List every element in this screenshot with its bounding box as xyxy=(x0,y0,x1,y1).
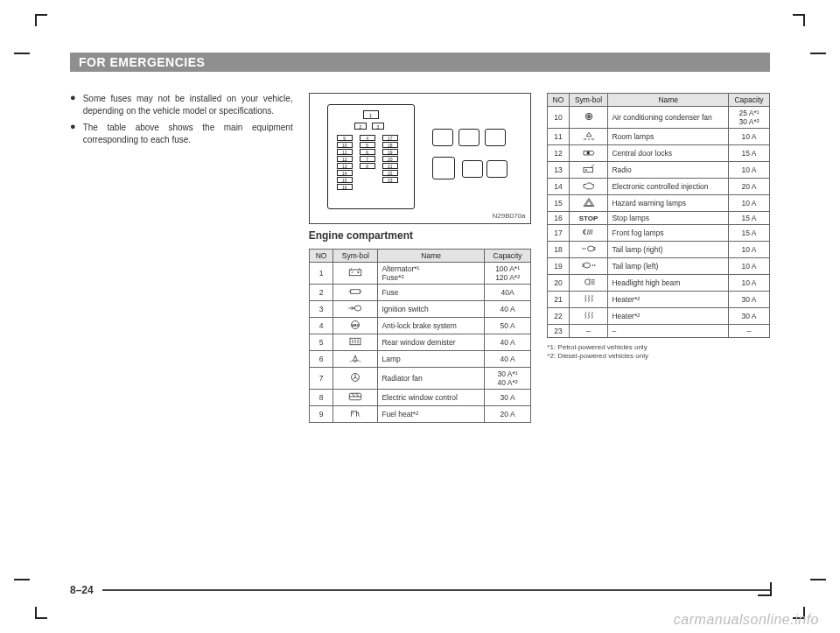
cell-symbol xyxy=(569,179,608,195)
fuse-table-right: NO Sym-bol Name Capacity 10Air condition… xyxy=(547,93,770,338)
cell-capacity: 40A xyxy=(484,285,531,301)
column-left: ● Some fuses may not be installed on you… xyxy=(70,93,293,423)
list-item: ● Some fuses may not be installed on you… xyxy=(70,93,293,116)
relay-slot xyxy=(432,157,455,179)
cell-name: Room lamps xyxy=(608,129,729,145)
cell-no: 22 xyxy=(548,308,569,325)
table-row: 22Heater*²30 A xyxy=(548,308,770,325)
cell-name: – xyxy=(608,325,729,338)
column-right: NO Sym-bol Name Capacity 10Air condition… xyxy=(547,93,770,423)
crop-mark xyxy=(810,579,826,580)
cell-capacity: 15 A xyxy=(729,145,770,162)
table-row: 21Heater*²30 A xyxy=(548,292,770,308)
cell-capacity: 25 A*¹30 A*² xyxy=(729,107,770,129)
fuse-slot: 9 xyxy=(337,135,353,141)
cell-name: Fuel heat*² xyxy=(378,406,484,423)
relay-slot xyxy=(486,160,508,178)
fuse-slot: 17 xyxy=(382,135,398,141)
col-no: NO xyxy=(309,250,333,263)
fuse-slot: 18 xyxy=(382,142,398,148)
table-row: 17Front fog lamps15 A xyxy=(548,225,770,242)
table-row: 20Headlight high beam10 A xyxy=(548,275,770,292)
fuse-slot: 4 xyxy=(360,135,375,141)
cell-no: 7 xyxy=(309,368,333,390)
svg-point-25 xyxy=(594,264,596,266)
fuse-slot: 8 xyxy=(360,163,375,169)
table-row: 14Electronic controlled injection20 A xyxy=(548,179,770,195)
cell-no: 9 xyxy=(309,406,333,423)
footnote-line: *1: Petrol-powered vehicles only xyxy=(547,343,770,352)
fuse-slot: 7 xyxy=(360,156,375,162)
col-capacity: Capacity xyxy=(729,94,770,107)
cell-capacity: 15 A xyxy=(729,212,770,225)
cell-symbol xyxy=(569,129,608,145)
footnote-line: *2: Diesel-powered vehicles only xyxy=(547,352,770,361)
cell-name: Ignition switch xyxy=(378,301,484,318)
table-row: 23––– xyxy=(548,325,770,338)
fuse-column: 9 10 11 12 13 14 15 16 xyxy=(337,135,353,190)
table-row: 7Radiator fan30 A*¹40 A*² xyxy=(309,368,531,390)
table-row: 1Alternator*¹Fuse*²100 A*¹120 A*² xyxy=(309,263,531,285)
cell-name: Heater*² xyxy=(608,292,729,308)
cell-capacity: 40 A xyxy=(484,301,531,318)
list-item: ● The table above shows the main equipme… xyxy=(70,122,293,145)
svg-point-21 xyxy=(584,248,585,250)
col-name: Name xyxy=(378,250,484,263)
col-symbol: Sym-bol xyxy=(569,94,608,107)
cell-name: Hazard warning lamps xyxy=(608,195,729,212)
crop-mark xyxy=(810,53,826,54)
table-row: 13Radio10 A xyxy=(548,162,770,179)
cell-name: Air conditioning condenser fan xyxy=(608,107,729,129)
svg-rect-16 xyxy=(586,151,589,154)
cell-symbol: STOP xyxy=(569,212,608,225)
cell-capacity: 100 A*¹120 A*² xyxy=(484,263,531,285)
svg-rect-6 xyxy=(351,290,360,294)
footer-rule xyxy=(102,589,770,591)
page-footer: 8–24 xyxy=(70,584,770,596)
table-row: 19Tail lamp (left)10 A xyxy=(548,258,770,275)
table-row: 6Lamp40 A xyxy=(309,351,531,368)
svg-point-19 xyxy=(585,169,587,171)
table-row: 18Tail lamp (right)10 A xyxy=(548,242,770,258)
svg-rect-17 xyxy=(584,168,593,172)
cell-name: Alternator*¹Fuse*² xyxy=(378,263,484,285)
crop-mark xyxy=(14,53,30,54)
fuse-slot: 13 xyxy=(337,163,353,169)
table-row: 15Hazard warning lamps10 A xyxy=(548,195,770,212)
fuse-slot: 14 xyxy=(337,170,353,176)
bullet-icon: ● xyxy=(70,122,76,145)
cell-name: Electric window control xyxy=(378,390,484,406)
cell-name: Headlight high beam xyxy=(608,275,729,292)
cell-name: Front fog lamps xyxy=(608,225,729,242)
cell-symbol xyxy=(569,308,608,325)
cell-symbol xyxy=(333,390,378,406)
svg-line-18 xyxy=(591,165,594,168)
cell-no: 20 xyxy=(548,275,569,292)
cell-name: Fuse xyxy=(378,285,484,301)
note-text: Some fuses may not be installed on your … xyxy=(83,93,293,116)
cell-capacity: 10 A xyxy=(729,242,770,258)
cell-no: 18 xyxy=(548,242,569,258)
svg-point-24 xyxy=(592,264,593,266)
fusebox-outline: 1 2 3 9 10 11 12 13 14 15 16 4 xyxy=(327,104,415,209)
engine-compartment-heading: Engine compartment xyxy=(309,229,532,242)
cell-name: Tail lamp (left) xyxy=(608,258,729,275)
page-number: 8–24 xyxy=(70,584,94,596)
relay-slot xyxy=(432,129,453,146)
crop-mark xyxy=(35,14,37,26)
cell-capacity: 20 A xyxy=(729,179,770,195)
col-capacity: Capacity xyxy=(484,250,531,263)
diagram-label: N29B070a xyxy=(493,212,526,220)
fuse-slot: 15 xyxy=(337,177,353,183)
cell-symbol xyxy=(569,292,608,308)
crop-mark xyxy=(35,14,47,16)
cell-no: 19 xyxy=(548,258,569,275)
column-middle: 1 2 3 9 10 11 12 13 14 15 16 4 xyxy=(309,93,532,423)
cell-name: Rear window demister xyxy=(378,334,484,351)
cell-symbol xyxy=(333,368,378,390)
cell-no: 4 xyxy=(309,318,333,334)
cell-no: 6 xyxy=(309,351,333,368)
fuse-slot: 20 xyxy=(382,156,398,162)
relay-slot xyxy=(485,129,506,146)
cell-symbol xyxy=(569,195,608,212)
